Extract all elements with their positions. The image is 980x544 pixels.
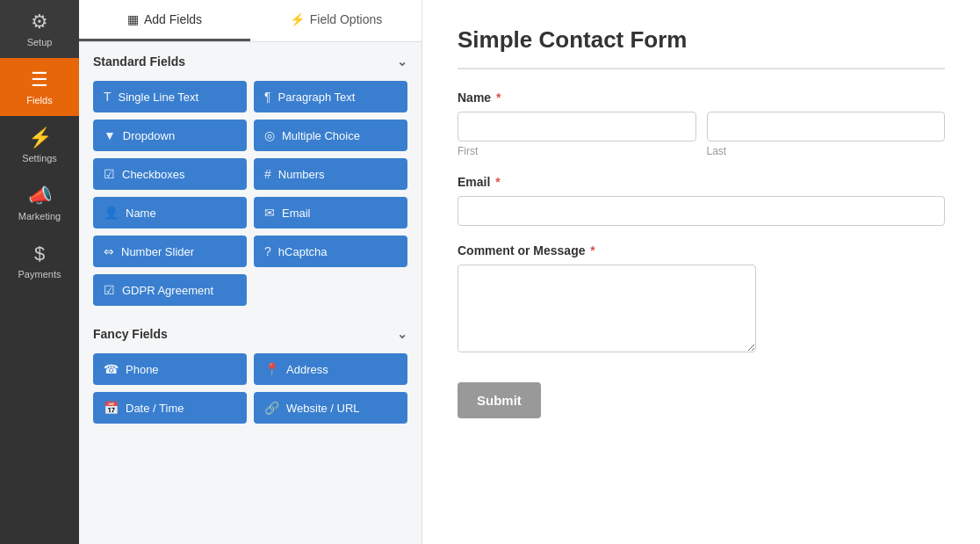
fancy-fields-header[interactable]: Fancy Fields ⌄ — [79, 315, 422, 353]
last-name-sub-label: Last — [707, 145, 946, 157]
address-label: Address — [286, 363, 328, 376]
submit-button[interactable]: Submit — [458, 382, 541, 418]
dropdown-icon: ▼ — [104, 128, 116, 142]
email-button[interactable]: ✉ Email — [254, 197, 407, 228]
numbers-icon: # — [264, 167, 271, 181]
marketing-icon: 📣 — [28, 185, 52, 207]
comment-required-star: * — [587, 243, 594, 257]
checkboxes-button[interactable]: ☑ Checkboxes — [93, 158, 247, 190]
nav-label-settings: Settings — [22, 153, 57, 163]
gdpr-button[interactable]: ☑ GDPR Agreement — [93, 274, 247, 306]
email-input[interactable] — [458, 196, 945, 226]
fields-icon: ☰ — [31, 69, 48, 91]
setup-icon: ⚙ — [31, 11, 48, 33]
hcaptcha-label: hCaptcha — [278, 245, 328, 258]
single-line-text-label: Single Line Text — [119, 91, 199, 104]
payments-icon: $ — [34, 243, 45, 265]
dropdown-label: Dropdown — [123, 129, 175, 142]
date-time-button[interactable]: 📅 Date / Time — [93, 392, 247, 424]
hcaptcha-icon: ? — [264, 244, 271, 258]
checkboxes-icon: ☑ — [104, 167, 115, 181]
hcaptcha-button[interactable]: ? hCaptcha — [254, 236, 407, 267]
email-label: Email — [282, 207, 311, 220]
left-nav: ⚙ Setup ☰ Fields ⚡ Settings 📣 Marketing … — [0, 0, 79, 544]
fancy-fields-title: Fancy Fields — [93, 327, 168, 341]
nav-item-setup[interactable]: ⚙ Setup — [0, 0, 79, 58]
nav-label-payments: Payments — [18, 269, 61, 279]
nav-item-fields[interactable]: ☰ Fields — [0, 58, 79, 116]
form-title: Simple Contact Form — [458, 26, 945, 69]
first-name-sub: First — [458, 112, 696, 157]
number-slider-label: Number Slider — [121, 245, 194, 258]
email-required-star: * — [492, 175, 500, 189]
email-field-label: Email * — [458, 175, 945, 189]
first-name-input[interactable] — [458, 112, 696, 141]
numbers-label: Numbers — [278, 168, 325, 181]
paragraph-text-label: Paragraph Text — [278, 91, 356, 104]
first-name-sub-label: First — [458, 145, 696, 157]
single-line-text-button[interactable]: T Single Line Text — [93, 81, 247, 112]
last-name-input[interactable] — [707, 112, 946, 141]
tab-add-fields[interactable]: ▦ Add Fields — [79, 0, 250, 41]
numbers-button[interactable]: # Numbers — [254, 158, 407, 190]
nav-item-settings[interactable]: ⚡ Settings — [0, 116, 79, 174]
fancy-fields-chevron: ⌄ — [397, 327, 407, 341]
name-field-label: Name * — [458, 91, 945, 105]
tab-field-options[interactable]: ⚡ Field Options — [250, 0, 422, 41]
email-icon: ✉ — [264, 206, 275, 220]
gdpr-icon: ☑ — [104, 283, 115, 297]
name-button[interactable]: 👤 Name — [93, 197, 247, 228]
standard-fields-title: Standard Fields — [93, 54, 185, 69]
nav-item-payments[interactable]: $ Payments — [0, 232, 79, 290]
form-preview: Simple Contact Form Name * First Last Em… — [422, 0, 980, 544]
fancy-fields-grid: ☎ Phone 📍 Address 📅 Date / Time 🔗 Websit… — [79, 353, 422, 432]
website-url-button[interactable]: 🔗 Website / URL — [254, 392, 407, 424]
phone-button[interactable]: ☎ Phone — [93, 353, 247, 385]
standard-fields-grid: T Single Line Text ¶ Paragraph Text ▼ Dr… — [79, 81, 422, 315]
paragraph-text-icon: ¶ — [264, 90, 271, 104]
multiple-choice-icon: ◎ — [264, 128, 275, 142]
last-name-sub: Last — [707, 112, 946, 157]
add-fields-tab-icon: ▦ — [127, 12, 139, 26]
nav-item-marketing[interactable]: 📣 Marketing — [0, 174, 79, 232]
nav-label-marketing: Marketing — [18, 211, 61, 221]
standard-fields-chevron: ⌄ — [397, 54, 407, 69]
date-time-label: Date / Time — [126, 402, 184, 415]
date-time-icon: 📅 — [104, 401, 119, 415]
phone-icon: ☎ — [104, 362, 119, 376]
multiple-choice-label: Multiple Choice — [282, 129, 360, 142]
add-fields-tab-label: Add Fields — [144, 12, 202, 26]
name-label: Name — [126, 207, 156, 220]
standard-fields-header[interactable]: Standard Fields ⌄ — [79, 42, 422, 81]
website-url-icon: 🔗 — [264, 401, 279, 415]
comment-field-label: Comment or Message * — [458, 243, 945, 257]
checkboxes-label: Checkboxes — [122, 168, 185, 181]
name-icon: 👤 — [104, 206, 119, 220]
address-icon: 📍 — [264, 362, 279, 376]
address-button[interactable]: 📍 Address — [254, 353, 407, 385]
phone-label: Phone — [126, 363, 159, 376]
nav-label-setup: Setup — [27, 37, 53, 47]
tabs-bar: ▦ Add Fields ⚡ Field Options — [79, 0, 422, 42]
field-options-tab-icon: ⚡ — [290, 12, 305, 26]
nav-label-fields: Fields — [26, 95, 52, 105]
settings-icon: ⚡ — [28, 127, 52, 149]
form-field-comment: Comment or Message * — [458, 243, 945, 356]
dropdown-button[interactable]: ▼ Dropdown — [93, 120, 247, 151]
multiple-choice-button[interactable]: ◎ Multiple Choice — [254, 120, 407, 151]
field-options-tab-label: Field Options — [310, 12, 382, 26]
form-field-email: Email * — [458, 175, 945, 226]
number-slider-button[interactable]: ⇔ Number Slider — [93, 236, 247, 267]
number-slider-icon: ⇔ — [104, 244, 114, 258]
middle-panel: ▦ Add Fields ⚡ Field Options Standard Fi… — [79, 0, 422, 544]
name-row: First Last — [458, 112, 945, 157]
gdpr-label: GDPR Agreement — [122, 284, 213, 297]
fields-panel: Standard Fields ⌄ T Single Line Text ¶ P… — [79, 42, 422, 450]
paragraph-text-button[interactable]: ¶ Paragraph Text — [254, 81, 407, 112]
form-field-name: Name * First Last — [458, 91, 945, 157]
single-line-text-icon: T — [104, 90, 112, 104]
comment-textarea[interactable] — [458, 265, 756, 352]
website-url-label: Website / URL — [286, 402, 360, 415]
name-required-star: * — [493, 91, 501, 105]
